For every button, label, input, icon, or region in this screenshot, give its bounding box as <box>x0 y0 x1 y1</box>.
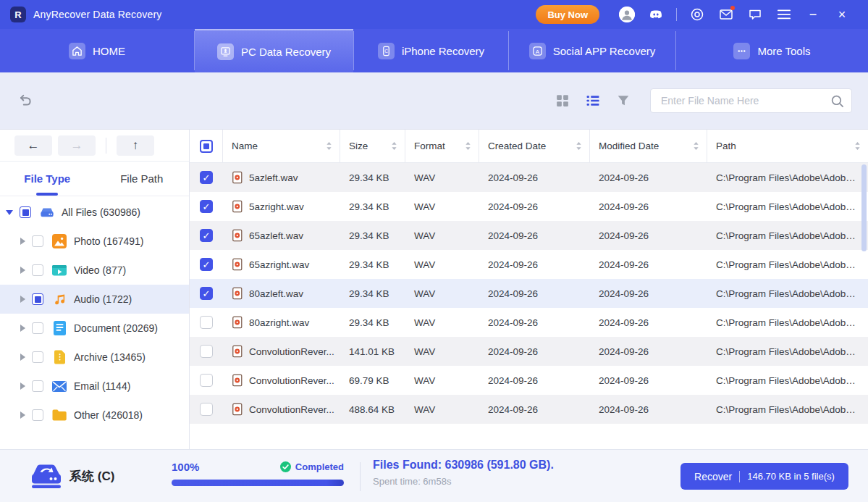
column-header-format[interactable]: Format <box>405 130 479 162</box>
file-created-date: 2024-09-26 <box>479 375 590 386</box>
scan-progress-group: 100% Completed <box>172 461 344 486</box>
tab-pc-data-recovery[interactable]: PC Data Recovery <box>195 29 353 72</box>
sort-icon[interactable] <box>854 141 861 151</box>
tree-checkbox[interactable] <box>32 293 43 305</box>
column-header-modified-date[interactable]: Modified Date <box>590 130 707 162</box>
search-box <box>650 88 852 113</box>
up-button[interactable]: ↑ <box>117 135 154 156</box>
select-all-checkbox[interactable] <box>200 140 213 153</box>
sort-icon[interactable] <box>391 141 397 151</box>
account-avatar[interactable] <box>619 7 635 22</box>
row-checkbox[interactable]: ✓ <box>200 229 213 242</box>
minimize-icon[interactable]: − <box>805 7 821 22</box>
sort-icon[interactable] <box>326 141 332 151</box>
row-checkbox[interactable]: ✓ <box>200 403 213 416</box>
expand-arrow-icon[interactable] <box>20 382 25 390</box>
column-header-size[interactable]: Size <box>340 130 405 162</box>
tree-checkbox[interactable] <box>32 264 43 276</box>
chat-icon[interactable] <box>747 7 763 22</box>
tree-item-label: Other (426018) <box>74 409 143 421</box>
record-icon[interactable] <box>689 7 705 22</box>
list-view-icon[interactable] <box>586 93 600 108</box>
close-icon[interactable]: × <box>834 7 850 22</box>
expand-arrow-icon[interactable] <box>20 325 25 332</box>
wav-file-icon <box>232 200 243 213</box>
sort-icon[interactable] <box>465 141 471 151</box>
table-row[interactable]: ✓ 80azright.wav 29.34 KB WAV 2024-09-26 … <box>190 308 868 337</box>
mail-icon[interactable] <box>718 7 734 22</box>
sort-icon[interactable] <box>576 141 582 151</box>
table-row[interactable]: ✓ 80azleft.wav 29.34 KB WAV 2024-09-26 2… <box>190 279 868 308</box>
file-name: 5azleft.wav <box>249 172 298 183</box>
file-name: ConvolutionRever... <box>249 346 334 357</box>
table-row[interactable]: ✓ 65azright.wav 29.34 KB WAV 2024-09-26 … <box>190 250 868 279</box>
row-checkbox[interactable]: ✓ <box>200 200 213 213</box>
forward-button[interactable]: → <box>58 135 96 156</box>
expand-arrow-icon[interactable] <box>20 296 25 303</box>
tree-checkbox[interactable] <box>32 235 43 247</box>
tree-checkbox[interactable] <box>32 380 43 392</box>
column-header-name[interactable]: Name <box>223 130 340 162</box>
column-header-path[interactable]: Path <box>707 130 868 162</box>
row-checkbox[interactable]: ✓ <box>200 171 213 184</box>
tree-checkbox[interactable] <box>32 409 43 421</box>
tab-social-app-recovery[interactable]: A Social APP Recovery <box>509 29 675 72</box>
discord-icon[interactable] <box>648 7 664 22</box>
tab-more-tools[interactable]: More Tools <box>676 29 868 72</box>
column-label: Created Date <box>488 141 546 151</box>
table-row[interactable]: ✓ 65azleft.wav 29.34 KB WAV 2024-09-26 2… <box>190 221 868 250</box>
table-row[interactable]: ✓ 5azright.wav 29.34 KB WAV 2024-09-26 2… <box>190 192 868 221</box>
table-row[interactable]: ✓ ConvolutionRever... 488.64 KB WAV 2024… <box>190 395 868 424</box>
tree-checkbox[interactable] <box>20 206 31 218</box>
sort-icon[interactable] <box>693 141 699 151</box>
table-row[interactable]: ✓ 5azleft.wav 29.34 KB WAV 2024-09-26 20… <box>190 163 868 192</box>
expand-arrow-icon[interactable] <box>6 210 13 215</box>
expand-arrow-icon[interactable] <box>20 411 25 419</box>
filter-icon[interactable] <box>616 93 631 108</box>
back-button[interactable]: ← <box>14 135 52 156</box>
tab-iphone-recovery[interactable]: C iPhone Recovery <box>354 29 508 72</box>
tab-file-type[interactable]: File Type <box>0 162 95 196</box>
tab-home[interactable]: HOME <box>0 29 194 72</box>
table-header: Name Size Format Created Date Modified D… <box>190 130 868 163</box>
expand-arrow-icon[interactable] <box>20 267 25 274</box>
photo-icon <box>52 234 67 248</box>
tree-item-photo[interactable]: Photo (167491) <box>0 227 189 256</box>
row-checkbox[interactable]: ✓ <box>200 345 213 358</box>
tab-label: HOME <box>93 45 125 57</box>
grid-view-icon[interactable] <box>555 93 570 108</box>
tree-checkbox[interactable] <box>32 351 43 363</box>
svg-text:A: A <box>536 48 540 54</box>
wav-file-icon <box>232 403 243 416</box>
search-input[interactable] <box>661 95 830 106</box>
vertical-scrollbar[interactable] <box>861 164 867 251</box>
search-icon[interactable] <box>830 94 844 108</box>
tree-item-email[interactable]: Email (1144) <box>0 372 189 401</box>
tab-file-path[interactable]: File Path <box>95 162 190 196</box>
tree-checkbox[interactable] <box>32 322 43 334</box>
table-row[interactable]: ✓ ConvolutionRever... 141.01 KB WAV 2024… <box>190 337 868 366</box>
tree-item-all-files[interactable]: All Files (630986) <box>0 198 189 227</box>
expand-arrow-icon[interactable] <box>20 238 25 245</box>
status-label: Completed <box>295 461 344 472</box>
tree-item-video[interactable]: Video (877) <box>0 256 189 285</box>
undo-icon[interactable] <box>16 91 35 110</box>
table-row[interactable]: ✓ ConvolutionRever... 69.79 KB WAV 2024-… <box>190 366 868 395</box>
row-checkbox[interactable]: ✓ <box>200 316 213 329</box>
expand-arrow-icon[interactable] <box>20 354 25 361</box>
column-header-created-date[interactable]: Created Date <box>479 130 590 162</box>
tree-item-document[interactable]: Document (20269) <box>0 314 189 343</box>
tree-item-other[interactable]: Other (426018) <box>0 401 189 430</box>
buy-now-button[interactable]: Buy Now <box>536 5 599 24</box>
progress-percent: 100% <box>172 461 199 473</box>
row-checkbox[interactable]: ✓ <box>200 258 213 271</box>
menu-icon[interactable] <box>776 7 792 22</box>
titlebar-divider <box>676 8 677 21</box>
row-checkbox[interactable]: ✓ <box>200 374 213 387</box>
tree-item-archive[interactable]: Archive (13465) <box>0 343 189 372</box>
row-checkbox[interactable]: ✓ <box>200 287 213 300</box>
tab-label: PC Data Recovery <box>241 46 331 58</box>
recover-button[interactable]: Recover 146.70 KB in 5 file(s) <box>681 463 848 490</box>
tree-item-audio[interactable]: Audio (1722) <box>0 285 189 314</box>
file-modified-date: 2024-09-26 <box>590 317 707 328</box>
